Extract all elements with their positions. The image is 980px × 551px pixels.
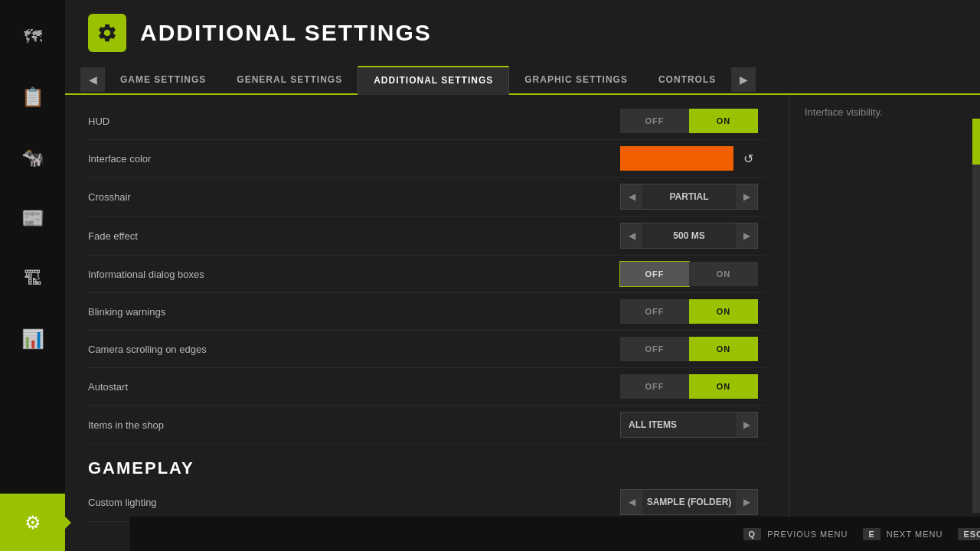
main-panel: ADDITIONAL SETTINGS ◀ GAME SETTINGS GENE… [65, 0, 980, 551]
content-area: HUD OFF ON Interface color ↺ [65, 95, 980, 527]
setting-fade-effect-label: Fade effect [88, 230, 612, 242]
setting-info-dialog: Informational dialog boxes OFF ON [88, 256, 766, 293]
setting-info-dialog-control: OFF ON [612, 262, 766, 286]
hud-toggle-off[interactable]: OFF [620, 109, 689, 133]
setting-blinking-warnings: Blinking warnings OFF ON [88, 293, 766, 331]
blinking-toggle-off[interactable]: OFF [620, 299, 689, 324]
setting-hud-control: OFF ON [612, 109, 766, 133]
fade-value: 500 MS [642, 230, 736, 241]
setting-custom-lighting-control: ◀ SAMPLE (FOLDER) ▶ [612, 489, 766, 515]
key-esc: ESC [958, 528, 980, 540]
crosshair-prev[interactable]: ◀ [621, 184, 642, 209]
header: ADDITIONAL SETTINGS [65, 0, 980, 66]
custom-lighting-selector: ◀ SAMPLE (FOLDER) ▶ [620, 489, 758, 515]
label-previous-menu: PREVIOUS MENU [767, 530, 848, 539]
nav-next-arrow[interactable]: ▶ [731, 67, 756, 92]
nav-tabs: ◀ GAME SETTINGS GENERAL SETTINGS ADDITIO… [65, 66, 980, 95]
crosshair-value: PARTIAL [642, 191, 736, 202]
scrollbar-thumb[interactable] [972, 119, 980, 165]
camera-scroll-off[interactable]: OFF [620, 337, 689, 361]
setting-autostart-label: Autostart [88, 381, 612, 393]
key-e: E [863, 528, 880, 540]
sidebar-item-map[interactable]: 🗺 [0, 8, 65, 65]
color-reset-icon[interactable]: ↺ [738, 148, 758, 168]
map-icon: 🗺 [24, 26, 42, 47]
label-next-menu: NEXT MENU [887, 530, 943, 539]
setting-items-shop: Items in the shop ALL ITEMS ▶ [88, 406, 766, 445]
fade-next[interactable]: ▶ [736, 223, 757, 248]
sidebar-item-contracts[interactable]: 📰 [0, 189, 65, 246]
setting-hud-label: HUD [88, 116, 612, 127]
setting-fade-effect: Fade effect ◀ 500 MS ▶ [88, 217, 766, 256]
scrollbar-track[interactable] [972, 119, 980, 513]
autostart-on[interactable]: ON [689, 374, 758, 399]
tab-controls[interactable]: CONTROLS [643, 67, 731, 93]
setting-interface-color: Interface color ↺ [88, 140, 766, 178]
fade-prev[interactable]: ◀ [621, 223, 642, 248]
fade-selector: ◀ 500 MS ▶ [620, 223, 758, 249]
setting-autostart-control: OFF ON [612, 374, 766, 399]
custom-lighting-value: SAMPLE (FOLDER) [642, 497, 736, 507]
blinking-toggle: OFF ON [620, 299, 758, 324]
setting-info-dialog-label: Informational dialog boxes [88, 269, 612, 280]
hud-toggle-on[interactable]: ON [689, 109, 758, 133]
nav-prev-arrow[interactable]: ◀ [80, 67, 105, 92]
setting-crosshair-label: Crosshair [88, 191, 612, 203]
hud-toggle: OFF ON [620, 109, 758, 133]
setting-crosshair: Crosshair ◀ PARTIAL ▶ [88, 178, 766, 217]
tab-graphic-settings[interactable]: GRAPHIC SETTINGS [509, 67, 643, 93]
construction-icon: 🏗 [24, 268, 42, 289]
color-bar[interactable] [620, 146, 733, 171]
setting-camera-scrolling: Camera scrolling on edges OFF ON [88, 331, 766, 368]
animals-icon: 🐄 [21, 147, 44, 168]
setting-blinking-warnings-label: Blinking warnings [88, 306, 612, 318]
header-icon [88, 14, 126, 52]
page-title: ADDITIONAL SETTINGS [140, 20, 432, 46]
items-shop-next[interactable]: ▶ [736, 412, 757, 437]
settings-icon-svg [96, 22, 118, 44]
sidebar-item-construction[interactable]: 🏗 [0, 249, 65, 307]
settings-panel: HUD OFF ON Interface color ↺ [65, 95, 789, 527]
key-q: Q [743, 528, 762, 540]
camera-scroll-toggle: OFF ON [620, 337, 758, 361]
setting-camera-scrolling-control: OFF ON [612, 337, 766, 361]
info-panel: Interface visibility. [789, 95, 980, 527]
setting-autostart: Autostart OFF ON [88, 368, 766, 406]
custom-lighting-next[interactable]: ▶ [736, 490, 757, 514]
contracts-icon: 📰 [21, 207, 44, 229]
camera-scroll-on[interactable]: ON [689, 337, 758, 361]
bottom-bar: Q PREVIOUS MENU E NEXT MENU ESC BACK [130, 517, 980, 551]
crosshair-selector: ◀ PARTIAL ▶ [620, 184, 758, 210]
autostart-off[interactable]: OFF [620, 374, 689, 399]
setting-items-shop-control: ALL ITEMS ▶ [612, 412, 766, 438]
sidebar-item-settings[interactable]: ⚙ [0, 494, 65, 551]
items-shop-selector: ALL ITEMS ▶ [620, 412, 758, 438]
setting-items-shop-label: Items in the shop [88, 419, 612, 431]
setting-fade-effect-control: ◀ 500 MS ▶ [612, 223, 766, 249]
color-picker: ↺ [620, 146, 758, 171]
sidebar-item-animals[interactable]: 🐄 [0, 129, 65, 186]
setting-camera-scrolling-label: Camera scrolling on edges [88, 344, 612, 355]
custom-lighting-prev[interactable]: ◀ [621, 490, 642, 514]
setting-custom-lighting-label: Custom lighting [88, 497, 612, 508]
setting-interface-color-label: Interface color [88, 153, 612, 165]
gameplay-section-title: GAMEPLAY [88, 445, 766, 483]
tab-additional-settings[interactable]: ADDITIONAL SETTINGS [358, 66, 509, 95]
info-dialog-toggle: OFF ON [620, 262, 758, 286]
sidebar-item-stats[interactable]: 📊 [0, 310, 65, 367]
sidebar-active-arrow [65, 517, 71, 529]
info-dialog-toggle-off[interactable]: OFF [620, 262, 689, 286]
settings-icon: ⚙ [24, 512, 41, 533]
tab-game-settings[interactable]: GAME SETTINGS [105, 67, 221, 93]
setting-hud: HUD OFF ON [88, 103, 766, 140]
setting-crosshair-control: ◀ PARTIAL ▶ [612, 184, 766, 210]
setting-interface-color-control: ↺ [612, 146, 766, 171]
tab-general-settings[interactable]: GENERAL SETTINGS [221, 67, 358, 93]
sidebar: 🗺 📋 🐄 📰 🏗 📊 ⚙ [0, 0, 65, 551]
blinking-toggle-on[interactable]: ON [689, 299, 758, 324]
sidebar-item-tasks[interactable]: 📋 [0, 68, 65, 126]
info-text: Interface visibility. [805, 106, 965, 118]
crosshair-next[interactable]: ▶ [736, 184, 757, 209]
info-dialog-toggle-on[interactable]: ON [689, 262, 758, 286]
stats-icon: 📊 [21, 328, 44, 350]
